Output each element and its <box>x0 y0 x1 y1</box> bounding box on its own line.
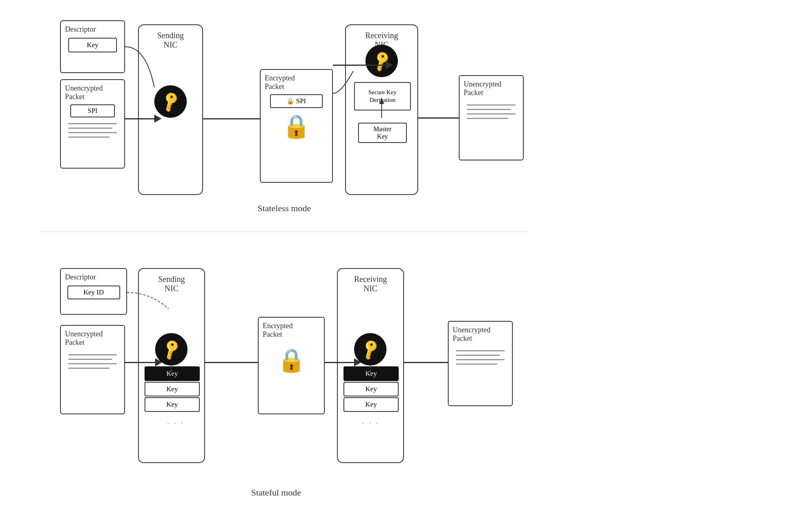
divider <box>41 232 528 232</box>
top-arrow-2 <box>203 115 267 123</box>
top-unencrypted-right-title: Unencrypted Packet <box>464 80 519 97</box>
bottom-encrypted-box: Encrypted Packet 🔒 <box>258 317 325 414</box>
bottom-descriptor-label: Descriptor <box>65 273 122 281</box>
bottom-descriptor-box: Descriptor Key ID <box>60 268 127 315</box>
top-arrow-1 <box>125 115 162 123</box>
top-secure-key-box: Secure KeyDerivation <box>354 82 411 110</box>
top-encrypted-title: Encrypted Packet <box>265 74 328 91</box>
top-unencrypted-left-title: Unencrypted Packet <box>65 84 120 101</box>
top-sending-nic-title: Sending NIC <box>139 31 202 50</box>
top-descriptor-box: Descriptor Key <box>60 20 125 73</box>
bottom-caption: Stateful mode <box>219 487 333 498</box>
top-secure-key-label: Secure KeyDerivation <box>368 89 397 104</box>
lock-small-icon: 🔒 <box>287 97 294 105</box>
top-spi-box: SPI <box>70 104 115 117</box>
bottom-arrow-3 <box>325 358 361 366</box>
bottom-arrow-1 <box>125 358 162 366</box>
top-encrypted-box: Encrypted Packet 🔒 SPI 🔒 <box>260 69 333 183</box>
bottom-unencrypted-left-title: Unencrypted Packet <box>65 330 120 347</box>
bottom-receiving-key-icon: 🔑 <box>358 338 382 361</box>
top-descriptor-key-label: Key <box>87 41 98 49</box>
top-sending-key-icon: 🔑 <box>158 90 183 114</box>
top-arrow-3 <box>333 61 393 69</box>
bottom-descriptor-keyid-box: Key ID <box>67 286 120 299</box>
top-unencrypted-right-box: Unencrypted Packet <box>459 75 524 160</box>
bottom-receiving-dots: · · · <box>362 419 380 428</box>
bottom-receiving-key1: Key <box>343 366 399 381</box>
top-lock-icon: 🔒 <box>265 113 328 140</box>
bottom-sending-key-icon: 🔑 <box>159 338 184 361</box>
bottom-sending-nic-title: Sending NIC <box>139 275 204 293</box>
bottom-receiving-nic-title: Receiving NIC <box>338 275 403 293</box>
bottom-encrypted-title: Encrypted Packet <box>263 322 320 339</box>
top-caption: Stateless mode <box>223 203 345 214</box>
bottom-receiving-key2: Key <box>343 382 399 396</box>
top-master-key-label: MasterKey <box>374 126 391 140</box>
bottom-sending-key3: Key <box>145 397 200 412</box>
top-descriptor-key-box: Key <box>68 38 117 52</box>
diagram-container: Descriptor Key Unencrypted Packet SPI Se… <box>0 0 812 526</box>
bottom-sending-key2: Key <box>145 382 200 396</box>
top-spi-label: SPI <box>88 107 98 115</box>
top-master-key-box: MasterKey <box>358 123 407 143</box>
bottom-unencrypted-right-title: Unencrypted Packet <box>453 326 508 343</box>
bottom-keyid-label: Key ID <box>83 288 104 297</box>
bottom-unencrypted-left-box: Unencrypted Packet <box>60 325 125 414</box>
bottom-lock-icon: 🔒 <box>263 347 320 374</box>
bottom-receiving-key3: Key <box>343 397 399 412</box>
top-unencrypted-left-box: Unencrypted Packet SPI <box>60 79 125 169</box>
top-enc-spi-box: 🔒 SPI <box>270 94 323 108</box>
bottom-unencrypted-right-box: Unencrypted Packet <box>448 321 513 406</box>
bottom-arrow-2 <box>205 358 265 366</box>
bottom-sending-dots: · · · <box>167 419 185 428</box>
top-sending-key-circle: 🔑 <box>154 85 187 118</box>
top-enc-spi-label: SPI <box>296 97 306 105</box>
bottom-sending-key1: Key <box>145 366 200 381</box>
top-descriptor-label: Descriptor <box>65 25 120 34</box>
